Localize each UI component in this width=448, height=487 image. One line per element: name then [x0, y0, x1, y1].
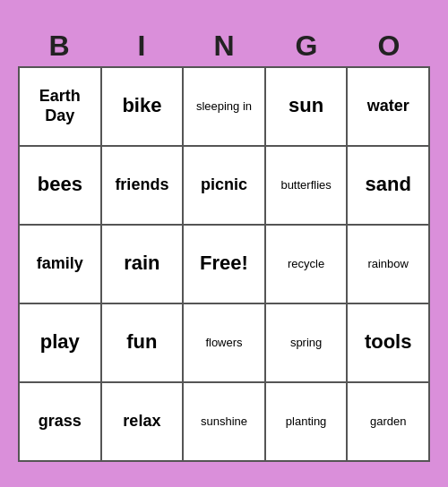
cell-r3-c2[interactable]: flowers — [184, 304, 266, 383]
bingo-card: B I N G O Earth Daybikesleeping insunwat… — [9, 17, 439, 471]
header-o: O — [348, 26, 430, 66]
cell-r4-c2[interactable]: sunshine — [184, 383, 266, 462]
cell-r2-c0[interactable]: family — [20, 226, 102, 304]
cell-r3-c0[interactable]: play — [20, 304, 102, 383]
cell-r2-c1[interactable]: rain — [102, 226, 185, 304]
cell-r4-c1[interactable]: relax — [102, 383, 185, 462]
cell-r0-c1[interactable]: bike — [102, 68, 185, 147]
bingo-header: B I N G O — [18, 26, 430, 66]
cell-r0-c4[interactable]: water — [348, 68, 430, 147]
cell-r3-c4[interactable]: tools — [348, 304, 430, 383]
cell-r1-c1[interactable]: friends — [102, 147, 185, 226]
cell-r0-c0[interactable]: Earth Day — [20, 68, 102, 147]
header-i: I — [100, 26, 183, 66]
cell-r0-c3[interactable]: sun — [266, 68, 349, 147]
cell-r1-c3[interactable]: butterflies — [266, 147, 349, 226]
cell-r4-c0[interactable]: grass — [20, 383, 102, 462]
cell-r4-c3[interactable]: planting — [266, 383, 349, 462]
bingo-grid: Earth Daybikesleeping insunwaterbeesfrie… — [18, 66, 430, 462]
cell-r1-c2[interactable]: picnic — [184, 147, 266, 226]
cell-r1-c4[interactable]: sand — [348, 147, 430, 226]
cell-r4-c4[interactable]: garden — [348, 383, 430, 462]
cell-r1-c0[interactable]: bees — [20, 147, 102, 226]
header-g: G — [265, 26, 348, 66]
cell-r2-c3[interactable]: recycle — [266, 226, 349, 304]
header-n: N — [183, 26, 265, 66]
header-b: B — [18, 26, 100, 66]
cell-r0-c2[interactable]: sleeping in — [184, 68, 266, 147]
cell-r3-c3[interactable]: spring — [266, 304, 349, 383]
cell-r2-c2[interactable]: Free! — [184, 226, 266, 304]
cell-r3-c1[interactable]: fun — [102, 304, 185, 383]
cell-r2-c4[interactable]: rainbow — [348, 226, 430, 304]
